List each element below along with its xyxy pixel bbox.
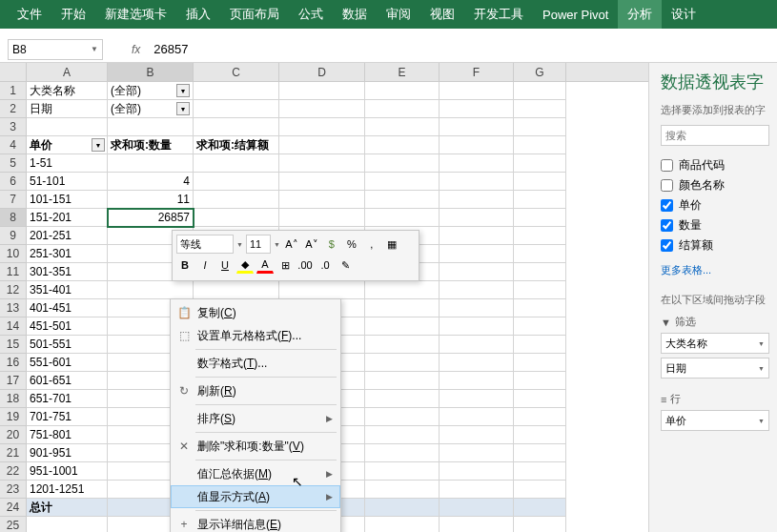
- row-header[interactable]: 4: [0, 136, 27, 154]
- bold-icon[interactable]: B: [176, 256, 194, 274]
- cell[interactable]: [440, 390, 514, 408]
- decrease-decimal-icon[interactable]: .0: [317, 256, 334, 274]
- row-header[interactable]: 24: [0, 499, 27, 517]
- italic-icon[interactable]: I: [196, 256, 214, 274]
- chevron-down-icon[interactable]: ▼: [236, 241, 243, 248]
- field-checkbox[interactable]: [661, 199, 673, 212]
- cell[interactable]: 大类名称: [27, 82, 108, 100]
- cell[interactable]: [365, 173, 440, 191]
- column-header[interactable]: B: [108, 63, 194, 81]
- row-header[interactable]: 17: [0, 372, 27, 390]
- ribbon-tab-12[interactable]: 设计: [662, 0, 705, 29]
- cell[interactable]: 601-651: [27, 372, 108, 390]
- select-all-corner[interactable]: [0, 63, 27, 81]
- ribbon-tab-6[interactable]: 数据: [333, 0, 377, 29]
- row-header[interactable]: 12: [0, 281, 27, 299]
- cell[interactable]: [194, 281, 279, 299]
- context-menu-item[interactable]: 值显示方式(A)▶: [171, 485, 340, 508]
- context-menu-item[interactable]: +显示详细信息(E): [171, 513, 340, 532]
- cell[interactable]: 401-451: [27, 299, 108, 317]
- cell[interactable]: [194, 154, 279, 173]
- cell[interactable]: [365, 281, 440, 299]
- cell[interactable]: [514, 372, 566, 390]
- cell[interactable]: 201-251: [27, 227, 108, 245]
- increase-font-icon[interactable]: A˄: [283, 235, 300, 253]
- cell[interactable]: [279, 209, 365, 227]
- cell[interactable]: 151-201: [27, 209, 108, 227]
- context-menu-item[interactable]: 数字格式(T)...: [171, 352, 340, 375]
- chevron-down-icon[interactable]: ▼: [274, 241, 280, 248]
- cell[interactable]: [279, 154, 365, 173]
- row-header[interactable]: 14: [0, 317, 27, 336]
- cell[interactable]: [514, 227, 566, 245]
- borders-icon[interactable]: ⊞: [276, 256, 294, 274]
- cell[interactable]: [194, 173, 279, 191]
- context-menu-item[interactable]: 值汇总依据(M)▶: [171, 462, 340, 485]
- font-size-select[interactable]: [246, 235, 271, 254]
- cell[interactable]: [365, 82, 440, 100]
- cell[interactable]: [514, 317, 566, 336]
- cell[interactable]: [365, 100, 440, 118]
- cell[interactable]: [514, 426, 566, 444]
- cell[interactable]: 4: [108, 173, 194, 191]
- cell[interactable]: [365, 299, 440, 317]
- field-checkbox-row[interactable]: 数量: [661, 215, 769, 235]
- cell[interactable]: 551-601: [27, 354, 108, 372]
- cell[interactable]: [514, 336, 566, 354]
- field-drop-item[interactable]: 单价▼: [661, 410, 769, 431]
- cell[interactable]: [514, 191, 566, 209]
- cell[interactable]: [365, 499, 440, 517]
- cell[interactable]: [440, 354, 514, 372]
- cell[interactable]: [514, 444, 566, 462]
- formula-input[interactable]: [150, 39, 777, 60]
- cell[interactable]: 求和项:数量: [108, 136, 194, 154]
- field-checkbox[interactable]: [661, 219, 673, 232]
- cell[interactable]: [365, 444, 440, 462]
- cell[interactable]: [279, 136, 365, 154]
- comma-format-icon[interactable]: ,: [363, 235, 380, 253]
- ribbon-tab-5[interactable]: 公式: [289, 0, 333, 29]
- column-header[interactable]: G: [514, 63, 566, 81]
- cell[interactable]: 总计: [27, 499, 108, 517]
- cell[interactable]: [514, 136, 566, 154]
- font-color-icon[interactable]: A: [256, 256, 274, 274]
- field-checkbox[interactable]: [661, 239, 673, 252]
- ribbon-tab-1[interactable]: 开始: [51, 0, 95, 29]
- row-header[interactable]: 16: [0, 354, 27, 372]
- cell[interactable]: 901-951: [27, 444, 108, 462]
- cell[interactable]: [440, 426, 514, 444]
- cell[interactable]: [108, 154, 194, 173]
- filter-dropdown-icon[interactable]: ▼: [176, 102, 190, 115]
- field-checkbox-row[interactable]: 颜色名称: [661, 175, 769, 195]
- cell[interactable]: [279, 100, 365, 118]
- percent-format-icon[interactable]: %: [343, 235, 360, 253]
- increase-decimal-icon[interactable]: .00: [296, 256, 314, 274]
- cell[interactable]: [365, 372, 440, 390]
- field-checkbox-row[interactable]: 单价: [661, 195, 769, 215]
- cell[interactable]: [279, 281, 365, 299]
- ribbon-tab-3[interactable]: 插入: [176, 0, 220, 29]
- cell[interactable]: [194, 118, 279, 136]
- fill-color-icon[interactable]: ◆: [236, 256, 254, 274]
- cell[interactable]: [27, 517, 108, 532]
- row-header[interactable]: 10: [0, 245, 27, 263]
- row-header[interactable]: 19: [0, 408, 27, 426]
- cell[interactable]: [365, 154, 440, 173]
- cell[interactable]: [108, 118, 194, 136]
- cell[interactable]: [365, 118, 440, 136]
- cell[interactable]: [440, 336, 514, 354]
- cell[interactable]: [514, 408, 566, 426]
- cell[interactable]: [365, 390, 440, 408]
- field-search-input[interactable]: [661, 125, 769, 146]
- cell[interactable]: 351-401: [27, 281, 108, 299]
- ribbon-tab-7[interactable]: 审阅: [377, 0, 420, 29]
- cell[interactable]: [440, 209, 514, 227]
- ribbon-tab-11[interactable]: 分析: [618, 0, 662, 29]
- cell[interactable]: [514, 263, 566, 281]
- cell[interactable]: 301-351: [27, 263, 108, 281]
- cell[interactable]: [514, 517, 566, 532]
- cell[interactable]: [514, 100, 566, 118]
- row-header[interactable]: 23: [0, 481, 27, 499]
- cell[interactable]: [440, 462, 514, 481]
- cell[interactable]: [514, 245, 566, 263]
